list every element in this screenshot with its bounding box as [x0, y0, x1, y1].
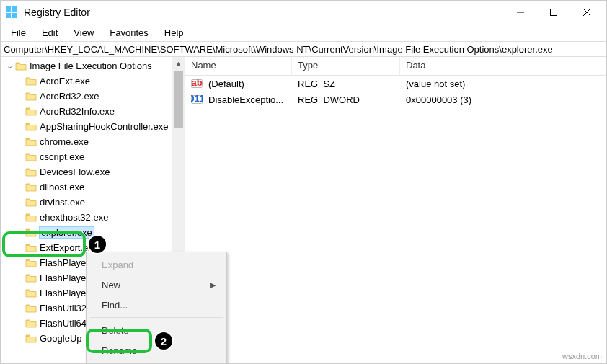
- list-row[interactable]: ab(Default)REG_SZ(value not set): [185, 76, 606, 92]
- folder-icon: [25, 107, 37, 117]
- context-label: Rename: [102, 345, 137, 356]
- folder-icon: [25, 152, 37, 162]
- context-label: Expand: [102, 259, 133, 270]
- tree-item[interactable]: AcroRd32.exe: [2, 89, 185, 104]
- list-pane[interactable]: Name Type Data ab(Default)REG_SZ(value n…: [185, 57, 606, 363]
- maximize-button[interactable]: [537, 1, 570, 23]
- svg-rect-5: [551, 9, 557, 16]
- tree-label: explorer.exe: [40, 227, 94, 238]
- address-bar[interactable]: Computer\HKEY_LOCAL_MACHINE\SOFTWARE\Mic…: [1, 41, 606, 57]
- folder-icon: [25, 92, 37, 102]
- folder-icon: [25, 288, 37, 298]
- value-icon: 011: [191, 94, 203, 105]
- context-separator: [90, 317, 223, 318]
- annotation-badge-2: 2: [154, 331, 174, 351]
- folder-icon: [25, 334, 37, 344]
- menu-help[interactable]: Help: [157, 26, 191, 40]
- value-data: 0x00000003 (3): [400, 94, 477, 105]
- list-row[interactable]: 011DisableExceptio...REG_DWORD0x00000003…: [185, 92, 606, 107]
- collapse-icon[interactable]: ⌄: [5, 61, 14, 71]
- context-new[interactable]: New▶: [89, 275, 224, 295]
- tree-item[interactable]: chrome.exe: [2, 134, 185, 149]
- menu-favorites[interactable]: Favorites: [102, 26, 155, 40]
- svg-rect-1: [12, 6, 17, 12]
- context-label: New: [102, 280, 120, 290]
- window-title: Registry Editor: [24, 6, 90, 18]
- tree-label: cscript.exe: [40, 151, 84, 162]
- folder-icon: [25, 122, 37, 132]
- menu-edit[interactable]: Edit: [35, 26, 65, 40]
- tree-item[interactable]: ehexthost32.exe: [2, 210, 185, 225]
- tree-label: GoogleUp: [40, 333, 82, 344]
- tree-label: drvinst.exe: [40, 197, 85, 208]
- tree-label: ehexthost32.exe: [40, 212, 108, 223]
- folder-icon: [15, 61, 27, 71]
- value-data: (value not set): [400, 79, 471, 89]
- value-type: REG_SZ: [292, 79, 400, 89]
- context-label: Delete: [102, 325, 129, 336]
- list-header: Name Type Data: [185, 57, 606, 76]
- folder-icon: [25, 213, 37, 223]
- folder-icon: [25, 228, 37, 238]
- value-name: DisableExceptio...: [203, 94, 292, 105]
- svg-rect-2: [6, 13, 11, 18]
- tree-label: FlashUtil64: [40, 318, 87, 329]
- tree-label: FlashPlayer: [40, 257, 89, 268]
- tree-label: Image File Execution Options: [30, 61, 152, 71]
- minimize-button[interactable]: [504, 1, 537, 23]
- annotation-badge-1: 1: [87, 234, 107, 254]
- context-label: Find...: [102, 300, 128, 311]
- folder-icon: [25, 137, 37, 147]
- tree-item[interactable]: cscript.exe: [2, 149, 185, 164]
- tree-root[interactable]: ⌄Image File Execution Options: [2, 58, 185, 74]
- svg-rect-3: [12, 13, 17, 18]
- app-icon: [4, 4, 19, 20]
- tree-label: FlashPlayer: [40, 288, 89, 298]
- watermark: wsxdn.com: [562, 352, 602, 360]
- value-type: REG_DWORD: [292, 94, 400, 105]
- folder-icon: [25, 167, 37, 177]
- title-bar: Registry Editor: [1, 1, 606, 24]
- column-name[interactable]: Name: [185, 57, 292, 75]
- tree-item[interactable]: DevicesFlow.exe: [2, 164, 185, 179]
- scroll-thumb[interactable]: [174, 71, 183, 128]
- tree-item[interactable]: AcroExt.exe: [2, 74, 185, 89]
- folder-icon: [25, 243, 37, 253]
- address-text: Computer\HKEY_LOCAL_MACHINE\SOFTWARE\Mic…: [4, 44, 553, 55]
- context-find[interactable]: Find...: [89, 295, 224, 315]
- folder-icon: [25, 76, 37, 86]
- window-controls: [504, 1, 603, 23]
- folder-icon: [25, 197, 37, 208]
- tree-label: AcroRd32.exe: [40, 91, 99, 102]
- scroll-up-button[interactable]: ▲: [172, 57, 185, 69]
- tree-item[interactable]: AcroRd32Info.exe: [2, 104, 185, 119]
- column-type[interactable]: Type: [292, 57, 400, 75]
- value-name: (Default): [203, 79, 292, 89]
- column-data[interactable]: Data: [400, 57, 606, 75]
- svg-text:011: 011: [191, 94, 203, 104]
- tree-item[interactable]: drvinst.exe: [2, 195, 185, 210]
- submenu-arrow-icon: ▶: [210, 280, 216, 290]
- folder-icon: [25, 303, 37, 314]
- menu-file[interactable]: File: [4, 26, 33, 40]
- folder-icon: [25, 273, 37, 283]
- menu-bar: File Edit View Favorites Help: [1, 24, 606, 41]
- folder-icon: [25, 319, 37, 329]
- tree-label: FlashPlayer: [40, 272, 89, 283]
- tree-label: FlashUtil32: [40, 303, 87, 314]
- tree-label: dllhost.exe: [40, 182, 84, 192]
- folder-icon: [25, 182, 37, 192]
- svg-text:ab: ab: [191, 78, 202, 88]
- svg-rect-0: [6, 6, 11, 12]
- tree-item[interactable]: dllhost.exe: [2, 179, 185, 195]
- tree-label: AcroExt.exe: [40, 76, 90, 86]
- tree-label: AppSharingHookController.exe: [40, 121, 169, 132]
- context-expand[interactable]: Expand: [89, 254, 224, 275]
- close-button[interactable]: [570, 1, 603, 23]
- value-icon: ab: [191, 78, 203, 89]
- folder-icon: [25, 258, 37, 268]
- tree-label: chrome.exe: [40, 136, 89, 147]
- tree-label: DevicesFlow.exe: [40, 167, 110, 177]
- menu-view[interactable]: View: [66, 26, 101, 40]
- tree-item[interactable]: AppSharingHookController.exe: [2, 119, 185, 134]
